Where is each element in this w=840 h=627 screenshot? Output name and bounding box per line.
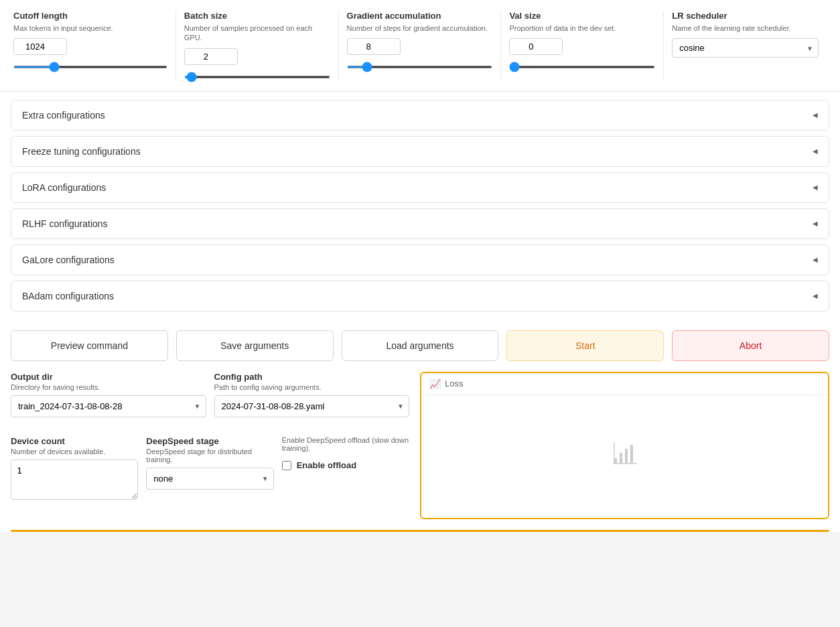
val-size-slider[interactable] <box>509 66 655 68</box>
rlhf-configurations-header[interactable]: RLHF configurations ◀ <box>11 209 829 238</box>
lr-scheduler-desc: Name of the learning rate scheduler. <box>672 23 819 33</box>
bottom-section: Output dir Directory for saving results.… <box>0 372 840 530</box>
val-size-label: Val size <box>509 11 655 21</box>
save-arguments-button[interactable]: Save arguments <box>176 330 334 361</box>
cutoff-length-group: Cutoff length Max tokens in input sequen… <box>13 11 176 80</box>
lr-scheduler-select-wrapper: cosine linear constant polynomial <box>672 38 819 58</box>
enable-offload-field: Enable DeepSpeed offload (slow down trai… <box>282 436 409 502</box>
collapsible-sections: Extra configurations ◀ Freeze tuning con… <box>0 92 840 320</box>
galore-configurations-collapse-icon: ◀ <box>813 256 818 263</box>
device-count-label: Device count <box>11 436 138 446</box>
loss-tab-icon: 📈 <box>429 378 441 389</box>
cutoff-length-slider-container <box>13 60 167 70</box>
galore-configurations-section: GaLore configurations ◀ <box>11 245 829 275</box>
extra-configurations-section: Extra configurations ◀ <box>11 100 829 131</box>
lora-configurations-header[interactable]: LoRA configurations ◀ <box>11 173 829 202</box>
val-size-desc: Proportion of data in the dev set. <box>509 23 655 33</box>
lora-configurations-section: LoRA configurations ◀ <box>11 172 829 203</box>
batch-size-desc: Number of samples processed on each GPU. <box>184 23 330 43</box>
cutoff-length-slider[interactable] <box>13 66 167 68</box>
abort-button[interactable]: Abort <box>672 330 829 361</box>
gradient-accumulation-slider-container <box>347 60 493 70</box>
galore-configurations-title: GaLore configurations <box>22 255 115 265</box>
freeze-tuning-title: Freeze tuning configurations <box>22 146 141 157</box>
deepspeed-stage-desc: DeepSpeed stage for distributed training… <box>146 447 273 464</box>
svg-rect-1 <box>620 453 622 464</box>
action-buttons-row: Preview command Save arguments Load argu… <box>0 320 840 372</box>
device-count-input[interactable]: 1 <box>11 460 138 500</box>
output-dir-field: Output dir Directory for saving results.… <box>11 372 206 417</box>
output-config-row: Output dir Directory for saving results.… <box>11 372 409 428</box>
enable-offload-desc: Enable DeepSpeed offload (slow down trai… <box>282 436 409 452</box>
gradient-accumulation-group: Gradient accumulation Number of steps fo… <box>339 11 502 80</box>
rlhf-configurations-section: RLHF configurations ◀ <box>11 208 829 239</box>
val-size-group: Val size Proportion of data in the dev s… <box>501 11 664 80</box>
rlhf-configurations-collapse-icon: ◀ <box>813 220 818 227</box>
svg-rect-2 <box>625 449 628 464</box>
loss-panel: 📈 Loss <box>420 372 829 519</box>
cutoff-length-label: Cutoff length <box>13 11 167 21</box>
loss-panel-body <box>421 395 828 516</box>
batch-size-label: Batch size <box>184 11 330 21</box>
orange-progress-bar <box>11 530 829 532</box>
deepspeed-stage-select[interactable]: none 0 1 2 3 <box>146 468 273 490</box>
freeze-tuning-header[interactable]: Freeze tuning configurations ◀ <box>11 137 829 166</box>
gradient-accumulation-desc: Number of steps for gradient accumulatio… <box>347 23 493 33</box>
galore-configurations-header[interactable]: GaLore configurations ◀ <box>11 245 829 275</box>
lora-configurations-collapse-icon: ◀ <box>813 184 818 191</box>
output-dir-select-wrapper: train_2024-07-31-08-08-28 <box>11 395 206 417</box>
output-dir-desc: Directory for saving results. <box>11 383 206 391</box>
gradient-accumulation-slider[interactable] <box>347 66 493 68</box>
freeze-tuning-collapse-icon: ◀ <box>813 147 818 155</box>
preview-command-button[interactable]: Preview command <box>11 330 168 361</box>
config-path-select[interactable]: 2024-07-31-08-08-28.yaml <box>214 395 410 417</box>
extra-configurations-header[interactable]: Extra configurations ◀ <box>11 100 829 130</box>
output-dir-label: Output dir <box>11 372 206 382</box>
rlhf-configurations-title: RLHF configurations <box>22 218 108 229</box>
enable-offload-checkbox[interactable] <box>282 461 291 470</box>
batch-size-group: Batch size Number of samples processed o… <box>176 11 339 80</box>
gradient-accumulation-label: Gradient accumulation <box>347 11 493 21</box>
device-count-field: Device count Number of devices available… <box>11 436 138 502</box>
svg-rect-3 <box>630 445 633 464</box>
device-deepspeed-row: Device count Number of devices available… <box>11 436 409 512</box>
cutoff-length-desc: Max tokens in input sequence. <box>13 23 167 33</box>
cutoff-length-input[interactable] <box>13 38 67 55</box>
gradient-accumulation-input[interactable] <box>347 38 401 55</box>
main-container: Cutoff length Max tokens in input sequen… <box>0 0 840 532</box>
config-path-field: Config path Path to config saving argume… <box>214 372 410 417</box>
val-size-slider-container <box>509 60 655 70</box>
deepspeed-stage-label: DeepSpeed stage <box>146 436 273 446</box>
output-dir-select[interactable]: train_2024-07-31-08-08-28 <box>11 395 206 417</box>
loss-tab-label[interactable]: Loss <box>445 378 463 389</box>
extra-configurations-title: Extra configurations <box>22 110 105 121</box>
badam-configurations-title: BAdam configurations <box>22 291 114 301</box>
top-inputs-row: Cutoff length Max tokens in input sequen… <box>0 0 840 92</box>
config-path-label: Config path <box>214 372 410 382</box>
extra-configurations-collapse-icon: ◀ <box>813 111 818 119</box>
batch-size-slider-container <box>184 70 330 80</box>
lr-scheduler-select[interactable]: cosine linear constant polynomial <box>672 38 819 58</box>
start-button[interactable]: Start <box>506 330 664 361</box>
deepspeed-stage-select-wrapper: none 0 1 2 3 <box>146 468 273 490</box>
config-path-desc: Path to config saving arguments. <box>214 383 410 391</box>
batch-size-input[interactable] <box>184 48 238 65</box>
lr-scheduler-group: LR scheduler Name of the learning rate s… <box>664 11 827 80</box>
enable-offload-label: Enable offload <box>297 460 357 470</box>
lora-configurations-title: LoRA configurations <box>22 182 106 193</box>
chart-empty-icon <box>612 439 638 472</box>
val-size-input[interactable] <box>509 38 563 55</box>
badam-configurations-section: BAdam configurations ◀ <box>11 281 829 311</box>
config-path-select-wrapper: 2024-07-31-08-08-28.yaml <box>214 395 410 417</box>
badam-configurations-collapse-icon: ◀ <box>813 292 818 299</box>
load-arguments-button[interactable]: Load arguments <box>342 330 499 361</box>
enable-offload-row: Enable offload <box>282 460 409 472</box>
bottom-left: Output dir Directory for saving results.… <box>11 372 420 519</box>
batch-size-slider[interactable] <box>184 76 330 78</box>
device-count-desc: Number of devices available. <box>11 447 138 456</box>
freeze-tuning-section: Freeze tuning configurations ◀ <box>11 136 829 167</box>
badam-configurations-header[interactable]: BAdam configurations ◀ <box>11 281 829 311</box>
deepspeed-stage-field: DeepSpeed stage DeepSpeed stage for dist… <box>146 436 273 502</box>
loss-panel-header: 📈 Loss <box>421 373 828 395</box>
lr-scheduler-label: LR scheduler <box>672 11 819 21</box>
